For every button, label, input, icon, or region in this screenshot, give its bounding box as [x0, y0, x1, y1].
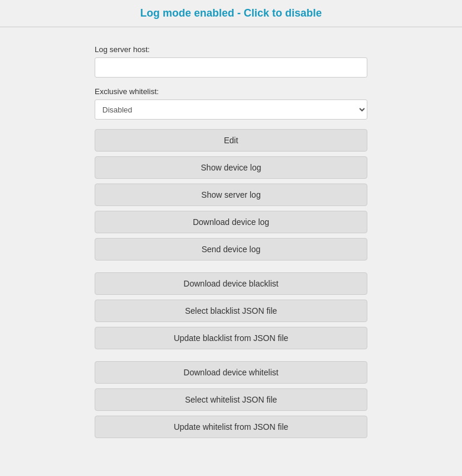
exclusive-whitelist-label: Exclusive whitelist:: [95, 87, 367, 96]
show-device-log-button[interactable]: Show device log: [95, 156, 367, 179]
download-device-whitelist-group: Download device whitelist: [95, 361, 367, 384]
show-device-log-group: Show device log: [95, 156, 367, 179]
exclusive-whitelist-select[interactable]: Disabled: [95, 99, 367, 120]
select-whitelist-json-group: Select whitelist JSON file: [95, 388, 367, 411]
select-whitelist-json-button[interactable]: Select whitelist JSON file: [95, 388, 367, 411]
select-blacklist-json-button[interactable]: Select blacklist JSON file: [95, 300, 367, 322]
edit-button-group: Edit: [95, 129, 367, 152]
select-blacklist-json-group: Select blacklist JSON file: [95, 300, 367, 322]
header-banner[interactable]: Log mode enabled - Click to disable: [0, 0, 462, 27]
update-blacklist-json-group: Update blacklist from JSON file: [95, 327, 367, 349]
log-server-host-label: Log server host:: [95, 45, 367, 54]
show-server-log-button[interactable]: Show server log: [95, 184, 367, 206]
download-device-log-group: Download device log: [95, 211, 367, 233]
send-device-log-button[interactable]: Send device log: [95, 238, 367, 260]
update-blacklist-from-json-button[interactable]: Update blacklist from JSON file: [95, 327, 367, 349]
download-device-blacklist-button[interactable]: Download device blacklist: [95, 272, 367, 295]
send-device-log-group: Send device log: [95, 238, 367, 260]
download-device-whitelist-button[interactable]: Download device whitelist: [95, 361, 367, 384]
log-server-host-group: Log server host:: [95, 45, 367, 78]
exclusive-whitelist-group: Exclusive whitelist: Disabled: [95, 87, 367, 120]
update-whitelist-from-json-button[interactable]: Update whitelist from JSON file: [95, 416, 367, 438]
log-mode-toggle[interactable]: Log mode enabled - Click to disable: [140, 7, 322, 19]
download-device-log-button[interactable]: Download device log: [95, 211, 367, 233]
show-server-log-group: Show server log: [95, 184, 367, 206]
divider-1: [95, 265, 367, 272]
update-whitelist-json-group: Update whitelist from JSON file: [95, 416, 367, 438]
divider-2: [95, 354, 367, 361]
log-server-host-input[interactable]: [95, 57, 367, 78]
edit-button[interactable]: Edit: [95, 129, 367, 152]
download-device-blacklist-group: Download device blacklist: [95, 272, 367, 295]
main-content: Log server host: Exclusive whitelist: Di…: [0, 39, 462, 449]
